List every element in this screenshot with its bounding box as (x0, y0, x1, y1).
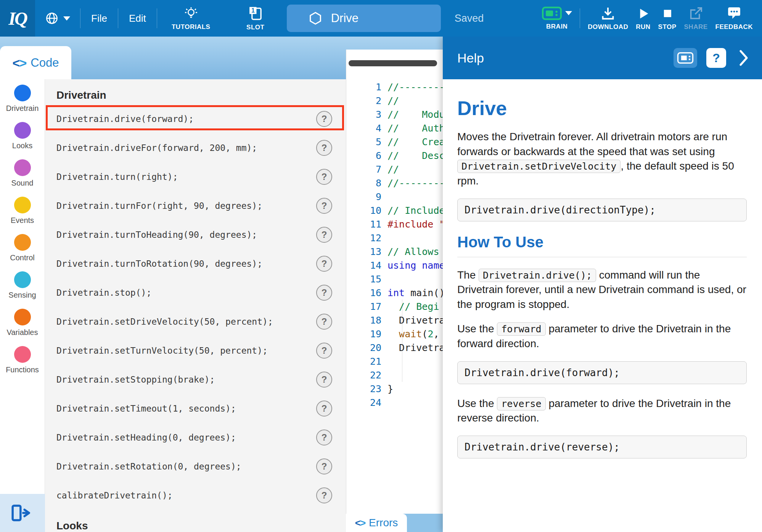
code-token: int (387, 287, 405, 298)
menu-edit[interactable]: Edit (118, 13, 157, 24)
code-editor[interactable]: 1//----------------------------2//3// Mo… (346, 50, 443, 532)
line-code: // Allows (381, 246, 443, 257)
project-name: Drive (331, 11, 358, 25)
code-token: Drivetra (387, 315, 443, 326)
command-row[interactable]: Drivetrain.stop();? (45, 278, 346, 307)
inline-code-drive: Drivetrain.drive(); (479, 269, 596, 282)
bottom-tab-strip: <> Errors (346, 514, 443, 532)
sidebar-item-variables[interactable]: Variables (0, 304, 45, 341)
tab-errors[interactable]: <> Errors (346, 514, 407, 532)
editor-line: 24 (346, 396, 443, 409)
chevron-right-icon (738, 50, 749, 66)
command-text: Drivetrain.turnToRotation(90, degrees); (56, 259, 316, 269)
sidebar-item-looks[interactable]: Looks (0, 117, 45, 155)
command-row[interactable]: Drivetrain.setHeading(0, degrees);? (45, 423, 346, 452)
line-code: // (381, 164, 399, 175)
command-help-button[interactable]: ? (316, 256, 332, 272)
feedback-label: FEEDBACK (715, 23, 753, 31)
command-help-button[interactable]: ? (316, 285, 332, 301)
help-question-toggle-button[interactable]: ? (706, 48, 726, 68)
line-code: int main() { (381, 287, 443, 298)
command-help-button[interactable]: ? (316, 401, 332, 417)
share-button: SHARE (684, 6, 708, 31)
help-paragraph-2: Use the forward parameter to drive the D… (457, 322, 747, 351)
sidebar-item-control[interactable]: Control (0, 229, 45, 267)
sidebar-item-events[interactable]: Events (0, 192, 45, 229)
command-row[interactable]: calibrateDrivetrain();? (45, 481, 346, 510)
command-row[interactable]: Drivetrain.driveFor(forward, 200, mm);? (45, 133, 346, 162)
sidebar-item-sensing[interactable]: Sensing (0, 267, 45, 304)
line-code: Drivetra (381, 315, 443, 326)
hexagon-icon (308, 11, 323, 26)
project-name-button[interactable]: Drive (287, 5, 441, 32)
command-row[interactable]: Drivetrain.turnToRotation(90, degrees);? (45, 249, 346, 278)
menu-file[interactable]: File (80, 13, 118, 24)
code-token: //---------------------------- (387, 82, 443, 93)
language-selector[interactable] (35, 11, 80, 25)
feedback-button[interactable]: FEEDBACK (715, 6, 753, 31)
command-help-button[interactable]: ? (316, 198, 332, 214)
panel-toggle-button[interactable] (0, 494, 45, 532)
command-row[interactable]: Drivetrain.setTimeout(1, seconds);? (45, 394, 346, 423)
slot-button[interactable]: 1 SLOT (238, 6, 273, 31)
command-text: Drivetrain.setTimeout(1, seconds); (56, 404, 316, 413)
command-help-button[interactable]: ? (316, 227, 332, 243)
category-dot (14, 346, 31, 363)
category-dot (14, 309, 31, 325)
command-row[interactable]: Drivetrain.turn(right);? (45, 162, 346, 191)
command-help-button[interactable]: ? (316, 343, 332, 359)
line-number: 22 (346, 370, 381, 381)
sidebar-item-drivetrain[interactable]: Drivetrain (0, 80, 45, 117)
line-code: // Desc (381, 150, 443, 161)
command-help-button[interactable]: ? (316, 458, 332, 474)
horizontal-scrollbar[interactable] (349, 60, 437, 66)
line-code: wait(2, (381, 328, 443, 340)
command-help-button[interactable]: ? (316, 372, 332, 388)
intro-text: Moves the Drivetrain forever. All drivet… (457, 131, 727, 157)
help-paragraph-3: Use the reverse parameter to drive the D… (457, 396, 747, 426)
command-help-button[interactable]: ? (316, 140, 332, 156)
tab-code[interactable]: <> Code (0, 46, 71, 79)
category-dot (14, 197, 31, 213)
command-row[interactable]: Drivetrain.setTurnVelocity(50, percent);… (45, 336, 346, 365)
download-button[interactable]: DOWNLOAD (588, 6, 628, 31)
command-row[interactable]: Drivetrain.turnFor(right, 90, degrees);? (45, 191, 346, 220)
editor-line: 5// Crea (346, 135, 443, 149)
editor-line: 4// Auth (346, 121, 443, 135)
run-button[interactable]: RUN (636, 6, 650, 31)
help-paragraph-1: The Drivetrain.drive(); command will run… (457, 268, 747, 312)
command-help-button[interactable]: ? (316, 111, 332, 127)
command-help-button[interactable]: ? (316, 429, 332, 445)
stop-button[interactable]: STOP (658, 6, 677, 31)
command-help-button[interactable]: ? (316, 487, 332, 503)
command-help-button[interactable]: ? (316, 314, 332, 330)
caret-down-icon (565, 11, 572, 15)
brain-icon (542, 6, 562, 20)
editor-line: 1//---------------------------- (346, 80, 443, 94)
slot-icon: 1 (248, 6, 264, 21)
command-row[interactable]: Drivetrain.setStopping(brake);? (45, 365, 346, 394)
line-code: // Auth (381, 123, 443, 134)
caret-down-icon (63, 16, 70, 21)
brain-device-icon (677, 51, 694, 64)
command-row[interactable]: Drivetrain.drive(forward);? (45, 104, 346, 133)
command-row[interactable]: Drivetrain.setRotation(0, degrees);? (45, 452, 346, 481)
line-number: 6 (346, 150, 381, 161)
command-row[interactable]: Drivetrain.setDriveVelocity(50, percent)… (45, 307, 346, 336)
command-row[interactable]: Drivetrain.turnToHeading(90, degrees);? (45, 220, 346, 249)
category-dot (14, 159, 31, 176)
sidebar-item-sound[interactable]: Sound (0, 155, 45, 192)
code-token: wait (399, 328, 422, 340)
brain-button[interactable]: BRAIN (542, 6, 572, 30)
help-brain-button[interactable] (674, 48, 697, 68)
editor-line: 20 Drivetra (346, 341, 443, 354)
code-token: using name (387, 260, 443, 271)
line-number: 18 (346, 315, 381, 326)
tutorials-button[interactable]: TUTORIALS (163, 6, 219, 31)
command-help-button[interactable]: ? (316, 169, 332, 185)
help-collapse-button[interactable] (738, 50, 749, 66)
line-number: 13 (346, 246, 381, 257)
help-header-buttons: ? (674, 48, 749, 68)
sidebar-item-functions[interactable]: Functions (0, 341, 45, 379)
slot-number: 1 (251, 7, 255, 14)
